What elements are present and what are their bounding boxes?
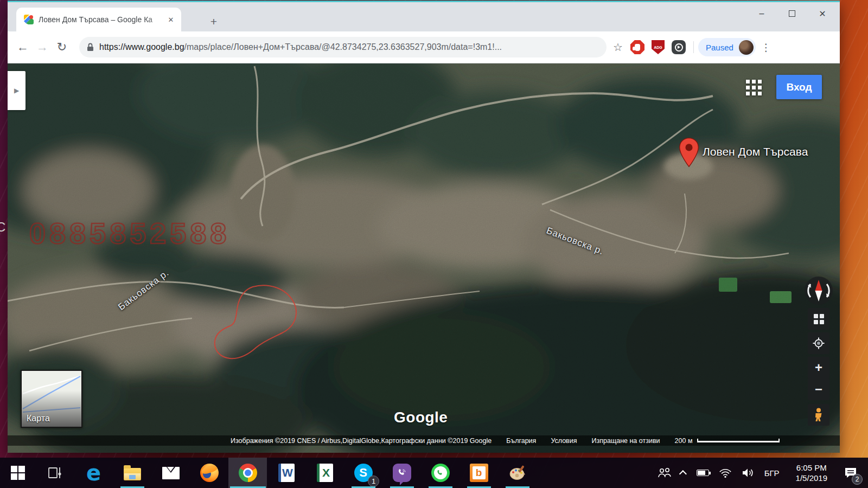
scale-bar xyxy=(697,439,780,442)
language-indicator[interactable]: БГР xyxy=(760,458,784,488)
url-text: https://www.google.bg/maps/place/Ловен+Д… xyxy=(99,42,502,52)
taskbar-mail[interactable] xyxy=(151,458,190,488)
maximize-button[interactable] xyxy=(777,3,807,24)
minimize-button[interactable]: – xyxy=(746,3,777,24)
notification-count-badge: 2 xyxy=(852,474,863,485)
url-path: /maps/place/Ловен+Дом+Търсава/@42.873427… xyxy=(184,42,502,52)
address-bar[interactable]: https://www.google.bg/maps/place/Ловен+Д… xyxy=(79,37,607,57)
word-icon: W xyxy=(278,464,295,482)
tab-close-icon[interactable]: ✕ xyxy=(165,14,177,25)
zoom-in-button[interactable]: + xyxy=(808,357,829,378)
wifi-icon xyxy=(719,467,732,478)
taskbar-viber[interactable] xyxy=(382,458,421,488)
scale-control[interactable]: 200 м xyxy=(675,437,780,445)
map-canvas[interactable]: ▶ Вход Ловен Дом Търсава 0885852588 Бакь… xyxy=(8,63,840,453)
place-marker-pin[interactable] xyxy=(678,137,700,168)
forward-button[interactable]: → xyxy=(33,37,52,57)
paused-label: Paused xyxy=(706,43,733,52)
imagery-credits: Изображения ©2019 CNES / Airbus,DigitalG… xyxy=(231,437,492,445)
browser-menu-icon[interactable]: ⋮ xyxy=(757,38,775,56)
tab-title: Ловен Дом Търсава – Google Ка xyxy=(39,15,165,24)
clock[interactable]: 6:05 PM 1/5/2019 xyxy=(784,458,839,488)
scale-label: 200 м xyxy=(675,437,693,445)
secure-lock-icon xyxy=(87,43,94,52)
wifi-indicator[interactable] xyxy=(714,458,737,488)
google-maps-favicon xyxy=(24,15,34,24)
browser-toolbar: ← → ↻ https://www.google.bg/maps/place/Л… xyxy=(8,31,840,63)
task-view-icon xyxy=(48,466,63,480)
clock-time: 6:05 PM xyxy=(796,463,827,473)
satellite-imagery xyxy=(8,63,840,453)
minimap-toggle[interactable]: Карта xyxy=(21,370,82,428)
side-panel-expand-button[interactable]: ▶ xyxy=(8,71,25,110)
adguard-extension-icon[interactable]: ADG xyxy=(649,38,667,56)
phone-watermark: 0885852588 xyxy=(29,216,230,250)
window-controls: – ✕ xyxy=(746,3,838,24)
my-location-button[interactable] xyxy=(808,332,829,354)
tray-overflow-button[interactable] xyxy=(676,458,692,488)
clock-date: 1/5/2019 xyxy=(796,473,827,483)
taskbar-excel[interactable]: X xyxy=(305,458,344,488)
profile-avatar xyxy=(739,40,754,55)
browser-window: Ловен Дом Търсава – Google Ка ✕ + – ✕ ← … xyxy=(8,2,840,453)
attribution-bar: Изображения ©2019 CNES / Airbus,DigitalG… xyxy=(8,435,840,446)
video-extension-icon[interactable] xyxy=(670,38,687,56)
feedback-link[interactable]: Изпращане на отзиви xyxy=(592,437,660,445)
place-marker-label[interactable]: Ловен Дом Търсава xyxy=(703,145,808,158)
taskbar-bezplatno[interactable]: b xyxy=(459,458,498,488)
url-host: https://www.google.bg xyxy=(99,42,184,52)
excel-icon: X xyxy=(317,464,333,482)
back-button[interactable]: ← xyxy=(13,37,33,57)
windows-taskbar: e W X S 1 b xyxy=(0,458,868,488)
taskbar-file-explorer[interactable] xyxy=(113,458,151,488)
sign-in-button[interactable]: Вход xyxy=(776,75,822,99)
browser-tab[interactable]: Ловен Дом Търсава – Google Ка ✕ xyxy=(16,8,181,31)
taskbar-edge[interactable]: e xyxy=(74,458,113,488)
firefox-icon xyxy=(200,464,219,482)
bezplatno-icon: b xyxy=(470,464,488,482)
taskbar-skype[interactable]: S 1 xyxy=(344,458,382,488)
taskbar-chrome[interactable] xyxy=(228,458,267,488)
start-button[interactable] xyxy=(0,458,36,488)
adblock-extension-icon[interactable] xyxy=(629,38,646,56)
taskbar-whatsapp[interactable] xyxy=(421,458,459,488)
taskbar-paint[interactable] xyxy=(498,458,537,488)
paint-icon xyxy=(509,465,526,481)
volume-indicator[interactable] xyxy=(737,458,760,488)
people-icon xyxy=(657,467,672,478)
google-logo: Google xyxy=(394,409,448,426)
minimap-label: Карта xyxy=(27,414,50,423)
zoom-out-button[interactable]: − xyxy=(808,378,829,400)
new-tab-button[interactable]: + xyxy=(206,14,221,29)
mail-icon xyxy=(162,467,180,479)
tilt-imagery-button[interactable] xyxy=(808,308,829,330)
action-center-button[interactable]: 2 xyxy=(839,458,863,488)
desktop-icon-label-partial: С xyxy=(0,220,5,235)
maximize-icon xyxy=(789,10,795,17)
system-tray: БГР 6:05 PM 1/5/2019 2 xyxy=(652,458,868,488)
my-location-icon xyxy=(813,337,825,349)
compass-control[interactable] xyxy=(803,275,834,306)
file-explorer-icon xyxy=(124,468,141,480)
edge-icon: e xyxy=(86,464,101,482)
shield-icon: ADG xyxy=(652,40,665,54)
sync-paused-chip[interactable]: Paused xyxy=(698,38,756,56)
chrome-icon xyxy=(239,464,257,482)
taskbar-firefox[interactable] xyxy=(190,458,228,488)
country-link[interactable]: България xyxy=(506,437,536,445)
terms-link[interactable]: Условия xyxy=(551,437,577,445)
taskbar-word[interactable]: W xyxy=(267,458,305,488)
tab-strip: Ловен Дом Търсава – Google Ка ✕ + – ✕ xyxy=(8,2,840,31)
pegman-control[interactable] xyxy=(808,404,829,426)
bookmark-star-icon[interactable]: ☆ xyxy=(609,38,627,56)
reload-button[interactable]: ↻ xyxy=(52,37,72,57)
viber-icon xyxy=(393,464,411,482)
chevron-up-icon xyxy=(679,470,686,478)
toolbar-divider xyxy=(693,41,694,53)
google-apps-grid-icon[interactable] xyxy=(746,80,762,95)
pegman-icon xyxy=(814,408,824,422)
people-button[interactable] xyxy=(652,458,676,488)
close-button[interactable]: ✕ xyxy=(807,3,838,24)
battery-indicator[interactable] xyxy=(692,458,714,488)
task-view-button[interactable] xyxy=(36,458,74,488)
